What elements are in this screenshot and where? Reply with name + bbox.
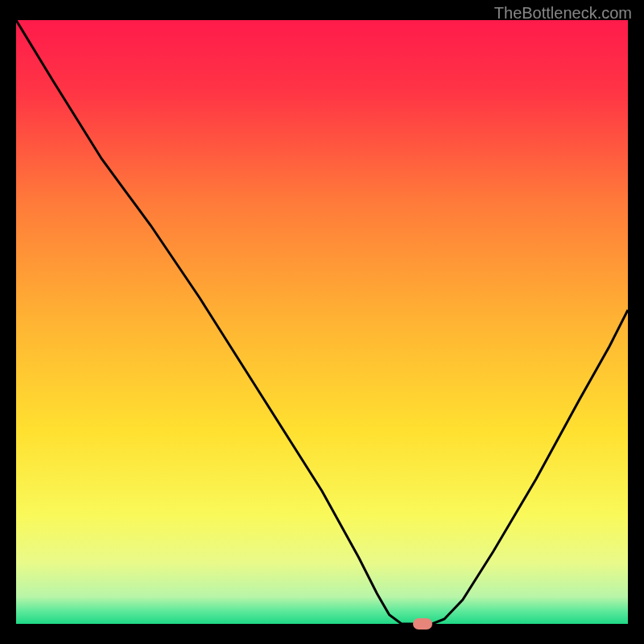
chart-plot-area — [16, 20, 628, 624]
watermark-text: TheBottleneck.com — [494, 4, 632, 23]
bottleneck-curve — [16, 20, 628, 624]
optimal-marker — [413, 618, 432, 630]
